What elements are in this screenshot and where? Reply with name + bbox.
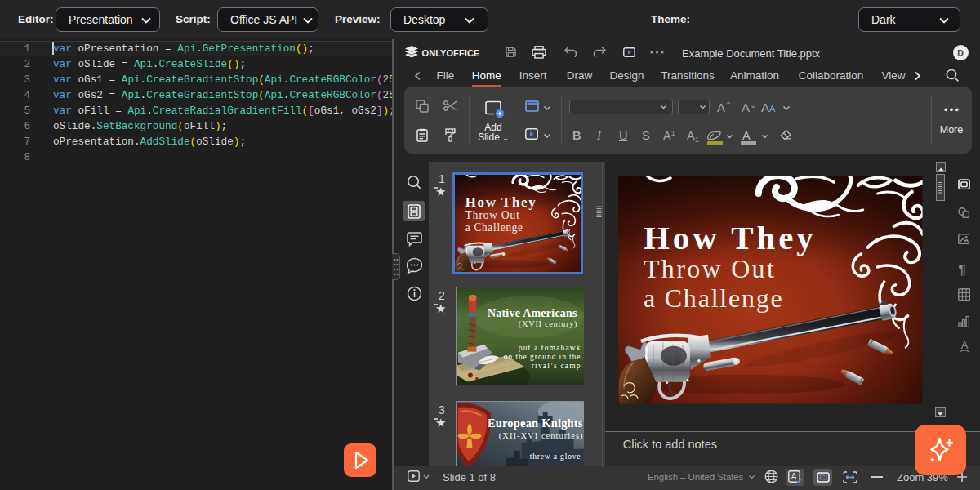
svg-text:A: A [791, 472, 797, 481]
svg-text:A: A [960, 340, 968, 351]
